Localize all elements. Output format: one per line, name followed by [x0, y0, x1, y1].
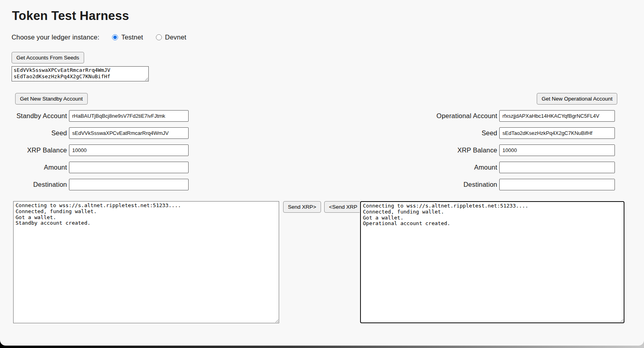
- standby-account-row: Standby Account: [8, 110, 199, 122]
- operational-seed-label: Seed: [359, 129, 499, 137]
- standby-seed-field[interactable]: [69, 127, 189, 139]
- send-xrp-to-standby-button[interactable]: <Send XRP: [324, 201, 362, 213]
- operational-destination-row: Destination: [359, 179, 617, 190]
- standby-account-field[interactable]: [69, 110, 189, 122]
- operational-balance-label: XRP Balance: [359, 146, 499, 154]
- get-accounts-from-seeds-button[interactable]: Get Accounts From Seeds: [12, 52, 84, 63]
- operational-destination-label: Destination: [359, 181, 499, 188]
- standby-destination-label: Destination: [8, 181, 69, 188]
- operational-amount-label: Amount: [359, 164, 499, 171]
- standby-xrp-balance-field[interactable]: [69, 144, 189, 156]
- standby-balance-row: XRP Balance: [8, 144, 199, 156]
- operational-amount-row: Amount: [359, 162, 617, 173]
- testnet-radio-option[interactable]: Testnet: [112, 34, 143, 41]
- operational-seed-field[interactable]: [499, 127, 615, 139]
- testnet-radio[interactable]: [112, 34, 118, 40]
- get-new-operational-account-button[interactable]: Get New Operational Account: [537, 93, 617, 105]
- operational-results-textarea[interactable]: Connecting to wss://s.altnet.rippletest.…: [360, 201, 624, 323]
- standby-amount-label: Amount: [8, 164, 69, 171]
- standby-seed-row: Seed: [8, 127, 199, 139]
- standby-seed-label: Seed: [8, 129, 69, 137]
- standby-destination-field[interactable]: [69, 179, 189, 190]
- standby-amount-field[interactable]: [69, 162, 189, 173]
- operational-amount-field[interactable]: [499, 162, 615, 173]
- page-title: Token Test Harness: [12, 9, 129, 23]
- devnet-radio[interactable]: [156, 34, 162, 40]
- standby-destination-row: Destination: [8, 179, 199, 190]
- operational-xrp-balance-field[interactable]: [499, 144, 615, 156]
- ledger-instance-chooser: Choose your ledger instance: Testnet Dev…: [12, 34, 199, 41]
- operational-destination-field[interactable]: [499, 179, 615, 190]
- ledger-instance-prompt: Choose your ledger instance:: [12, 34, 99, 41]
- devnet-radio-option[interactable]: Devnet: [156, 34, 186, 41]
- standby-results-textarea[interactable]: Connecting to wss://s.altnet.rippletest.…: [13, 201, 279, 323]
- operational-account-field[interactable]: [499, 110, 615, 122]
- operational-account-label: Operational Account: [359, 112, 499, 120]
- send-xrp-to-operational-button[interactable]: Send XRP>: [283, 201, 321, 213]
- devnet-radio-label[interactable]: Devnet: [165, 34, 186, 41]
- standby-balance-label: XRP Balance: [8, 146, 69, 154]
- operational-balance-row: XRP Balance: [359, 144, 617, 156]
- operational-seed-row: Seed: [359, 127, 617, 139]
- token-test-harness-page: Token Test Harness Choose your ledger in…: [0, 0, 644, 346]
- standby-amount-row: Amount: [8, 162, 199, 173]
- get-new-standby-account-button[interactable]: Get New Standby Account: [15, 93, 88, 105]
- testnet-radio-label[interactable]: Testnet: [121, 34, 143, 41]
- standby-account-label: Standby Account: [8, 112, 69, 120]
- operational-account-row: Operational Account: [359, 110, 617, 122]
- seeds-textarea[interactable]: sEdVVkSsswaXPCvEatRmcarRrq4WmJV sEdTao2d…: [12, 66, 149, 81]
